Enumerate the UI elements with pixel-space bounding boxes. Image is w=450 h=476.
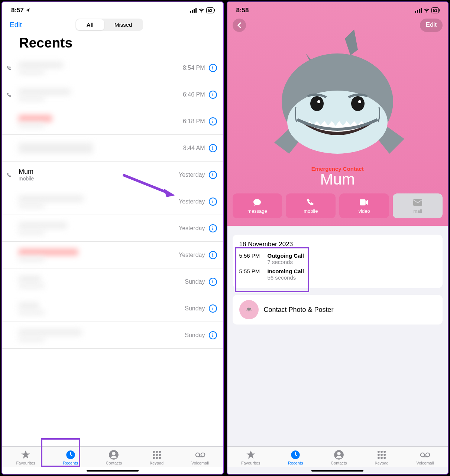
info-button[interactable]: i: [209, 198, 217, 206]
voicemail-icon: [420, 450, 430, 460]
call-list[interactable]: 8:54 PM i 6:46 PM i 6:18 PM i 8:44 AM i: [2, 55, 223, 446]
svg-point-27: [310, 96, 324, 111]
call-row[interactable]: 8:44 AM i: [2, 135, 223, 162]
history-time: 5:56 PM: [239, 252, 262, 265]
info-button[interactable]: i: [209, 171, 217, 179]
svg-point-15: [152, 457, 155, 459]
call-time: Sunday: [185, 278, 205, 285]
incoming-call-icon: [7, 92, 12, 98]
segment-all[interactable]: All: [76, 19, 104, 30]
battery-indicator: 52: [206, 7, 214, 13]
call-time: 8:44 AM: [183, 145, 205, 151]
svg-point-8: [112, 452, 116, 455]
home-indicator[interactable]: [311, 470, 363, 472]
call-row[interactable]: Sunday i: [2, 268, 223, 295]
contact-hero: 8:58 51 Edit: [227, 2, 448, 226]
edit-button[interactable]: Edit: [420, 19, 443, 32]
svg-rect-22: [417, 10, 418, 13]
call-name: Mum: [19, 168, 179, 176]
incoming-call-icon: [7, 173, 12, 178]
call-time: 6:18 PM: [183, 118, 205, 125]
location-icon: [25, 8, 30, 13]
call-row[interactable]: 8:54 PM i: [2, 55, 223, 81]
call-row[interactable]: 6:46 PM i: [2, 81, 223, 108]
action-video[interactable]: video: [339, 193, 389, 218]
history-duration: 56 seconds: [268, 274, 304, 281]
info-button[interactable]: i: [209, 117, 217, 125]
tab-recents[interactable]: Recents: [63, 450, 78, 465]
svg-point-9: [152, 451, 155, 453]
contact-actions: message mobile video mail: [227, 188, 448, 218]
call-row-mum[interactable]: Mum mobile Yesterday i: [2, 162, 223, 188]
call-row[interactable]: Sunday i: [2, 322, 223, 349]
tab-contacts[interactable]: Contacts: [106, 450, 122, 465]
info-button[interactable]: i: [209, 251, 217, 259]
info-button[interactable]: i: [209, 224, 217, 232]
info-button[interactable]: i: [209, 331, 217, 339]
info-button[interactable]: i: [209, 304, 217, 313]
call-row[interactable]: Yesterday i: [2, 215, 223, 242]
svg-point-14: [159, 454, 161, 456]
incoming-call-icon: [7, 66, 12, 71]
info-button[interactable]: i: [209, 91, 217, 99]
status-time: 8:58: [236, 7, 249, 14]
call-time: Yesterday: [179, 252, 205, 258]
tab-favourites[interactable]: Favourites: [16, 450, 35, 465]
contact-poster-row[interactable]: Contact Photo & Poster: [233, 295, 443, 325]
status-bar: 8:58 51: [227, 2, 448, 16]
svg-point-35: [337, 452, 340, 455]
clock-icon: [290, 450, 301, 460]
svg-point-19: [201, 453, 205, 457]
call-row[interactable]: Sunday i: [2, 295, 223, 322]
phone-right-contact: 8:58 51 Edit: [227, 1, 449, 475]
tab-bar: Favourites Recents Contacts Keypad Voice…: [227, 446, 448, 467]
segment-missed[interactable]: Missed: [104, 19, 143, 30]
svg-point-38: [383, 451, 386, 453]
video-icon: [360, 198, 369, 207]
tab-voicemail[interactable]: Voicemail: [416, 450, 434, 465]
tab-favourites[interactable]: Favourites: [241, 450, 260, 465]
signal-icon: [415, 8, 422, 13]
history-type: Incoming Call: [268, 268, 304, 274]
call-history-card: 18 November 2023 5:56 PM Outgoing Call 7…: [233, 235, 443, 288]
tab-contacts[interactable]: Contacts: [331, 450, 347, 465]
poster-label: Contact Photo & Poster: [264, 306, 334, 314]
action-mail: mail: [393, 193, 443, 218]
edit-button[interactable]: Edit: [10, 21, 22, 29]
phone-icon: [306, 198, 315, 207]
back-button[interactable]: [233, 19, 246, 32]
svg-rect-1: [192, 10, 193, 13]
action-mobile[interactable]: mobile: [286, 193, 336, 218]
keypad-icon: [152, 450, 162, 460]
keypad-icon: [376, 450, 387, 460]
star-icon: [20, 450, 31, 460]
svg-point-37: [381, 451, 383, 453]
tab-keypad[interactable]: Keypad: [375, 450, 388, 465]
call-row[interactable]: Yesterday i: [2, 242, 223, 268]
history-type: Outgoing Call: [268, 252, 304, 259]
svg-rect-24: [421, 8, 422, 13]
svg-point-28: [351, 96, 365, 111]
tab-recents[interactable]: Recents: [288, 450, 303, 465]
info-button[interactable]: i: [209, 64, 217, 72]
tab-keypad[interactable]: Keypad: [150, 450, 164, 465]
svg-point-10: [156, 451, 158, 453]
voicemail-icon: [195, 450, 205, 460]
info-button[interactable]: i: [209, 144, 217, 152]
home-indicator[interactable]: [87, 470, 139, 472]
action-message[interactable]: message: [233, 193, 282, 218]
history-duration: 7 seconds: [268, 259, 304, 265]
segment-control[interactable]: All Missed: [75, 19, 143, 31]
svg-point-42: [378, 457, 380, 459]
star-icon: [246, 450, 256, 460]
svg-point-30: [358, 100, 361, 103]
person-icon: [334, 450, 344, 460]
tab-voicemail[interactable]: Voicemail: [191, 450, 209, 465]
call-row[interactable]: Yesterday i: [2, 188, 223, 215]
person-icon: [109, 450, 119, 460]
call-row[interactable]: 6:18 PM i: [2, 108, 223, 135]
svg-point-44: [383, 457, 386, 459]
status-time: 8:57: [11, 7, 24, 14]
info-button[interactable]: i: [209, 278, 217, 286]
contact-avatar-shark: [227, 27, 448, 169]
